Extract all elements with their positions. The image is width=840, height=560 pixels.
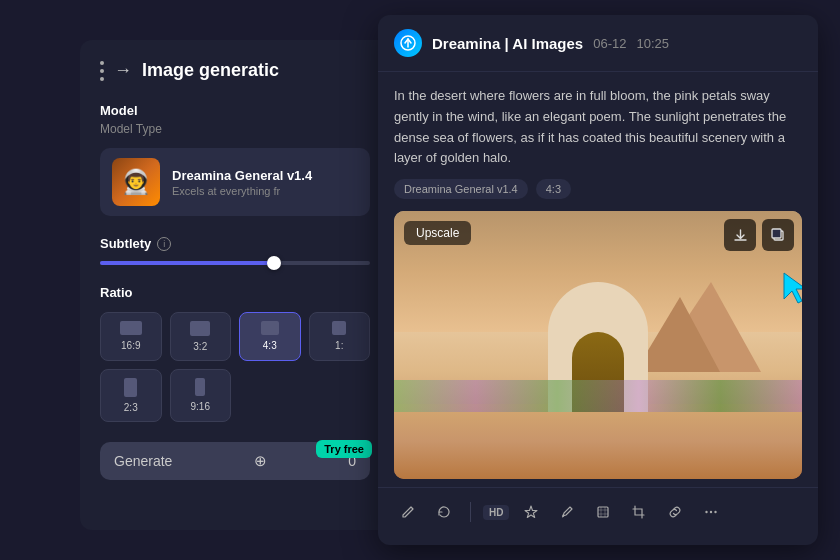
subtlety-info-icon[interactable]: i xyxy=(157,237,171,251)
model-thumbnail xyxy=(112,158,160,206)
svg-point-6 xyxy=(710,511,712,513)
copy-image-button[interactable] xyxy=(762,219,794,251)
ratio-text-43: 4:3 xyxy=(263,340,277,351)
ratio-tag: 4:3 xyxy=(536,179,571,199)
expand-icon-btn[interactable] xyxy=(589,498,617,526)
model-info: Dreamina General v1.4 Excels at everythi… xyxy=(172,168,312,197)
ratio-btn-169[interactable]: 16:9 xyxy=(100,312,162,361)
ratio-icon-32 xyxy=(190,321,210,336)
model-name: Dreamina General v1.4 xyxy=(172,168,312,183)
ratio-text-23: 2:3 xyxy=(124,402,138,413)
app-name: Dreamina | AI Images xyxy=(432,35,583,52)
mountain2 xyxy=(635,297,720,372)
left-panel: → Image generatic Model Model Type Dream… xyxy=(80,40,390,530)
svg-point-5 xyxy=(706,511,708,513)
ratio-text-32: 3:2 xyxy=(193,341,207,352)
edit-icon-btn[interactable] xyxy=(394,498,422,526)
ratio-icon-169 xyxy=(120,321,142,335)
ratio-text-169: 16:9 xyxy=(121,340,140,351)
model-sublabel: Model Type xyxy=(100,122,370,136)
bottom-toolbar: HD xyxy=(378,487,818,536)
flowers xyxy=(394,380,802,412)
ratio-label: Ratio xyxy=(100,285,370,300)
ratio-icon-1 xyxy=(332,321,346,335)
sand-ground xyxy=(394,404,802,479)
ratio-icon-23 xyxy=(124,378,137,397)
ratio-btn-916[interactable]: 9:16 xyxy=(170,369,232,422)
panel-title: Image generatic xyxy=(142,60,279,81)
crop-icon-btn[interactable] xyxy=(625,498,653,526)
ratio-btn-1[interactable]: 1: xyxy=(309,312,371,361)
model-description: Excels at everything fr xyxy=(172,185,312,197)
ratio-grid-row2: 2:3 9:16 xyxy=(100,369,370,422)
try-free-label: Try xyxy=(324,443,344,455)
right-panel: Dreamina | AI Images 06-12 10:25 In the … xyxy=(378,15,818,545)
free-label: free xyxy=(344,443,364,455)
arrow-icon: → xyxy=(114,60,132,81)
toolbar-divider xyxy=(470,502,471,522)
ratio-text-1: 1: xyxy=(335,340,343,351)
subtlety-row: Subtlety i xyxy=(100,236,370,251)
rotate-icon-btn[interactable] xyxy=(430,498,458,526)
ratio-grid-row1: 16:9 3:2 4:3 1: xyxy=(100,312,370,361)
tags-row: Dreamina General v1.4 4:3 xyxy=(378,179,818,211)
model-card[interactable]: Dreamina General v1.4 Excels at everythi… xyxy=(100,148,370,216)
slider-thumb xyxy=(267,256,281,270)
generate-bar[interactable]: Generate ⊕ 0 Try free xyxy=(100,442,370,480)
model-section: Model Model Type Dreamina General v1.4 E… xyxy=(100,103,370,216)
enhance-icon-btn[interactable] xyxy=(517,498,545,526)
model-tag: Dreamina General v1.4 xyxy=(394,179,528,199)
try-free-badge[interactable]: Try free xyxy=(316,440,372,458)
model-label: Model xyxy=(100,103,370,118)
ratio-btn-43[interactable]: 4:3 xyxy=(239,312,301,361)
ratio-icon-916 xyxy=(195,378,205,396)
dreamina-logo xyxy=(394,29,422,57)
prompt-text: In the desert where flowers are in full … xyxy=(378,72,818,179)
svg-rect-2 xyxy=(772,229,781,238)
header-time: 10:25 xyxy=(636,36,669,51)
subtlety-slider[interactable] xyxy=(100,261,370,265)
generated-image: Upscale Download xyxy=(394,211,802,479)
download-button[interactable]: Download xyxy=(724,219,756,251)
menu-icon[interactable] xyxy=(100,61,104,81)
link-icon-btn[interactable] xyxy=(661,498,689,526)
desert-scene xyxy=(394,211,802,479)
subtlety-label: Subtlety xyxy=(100,236,151,251)
brush-icon-btn[interactable] xyxy=(553,498,581,526)
upscale-button[interactable]: Upscale xyxy=(404,221,471,245)
svg-point-7 xyxy=(715,511,717,513)
generate-icon: ⊕ xyxy=(254,452,267,470)
hd-badge[interactable]: HD xyxy=(483,505,509,520)
more-icon-btn[interactable] xyxy=(697,498,725,526)
header-date: 06-12 xyxy=(593,36,626,51)
ratio-btn-23[interactable]: 2:3 xyxy=(100,369,162,422)
ratio-icon-43 xyxy=(261,321,279,335)
image-actions: Download xyxy=(724,219,794,251)
right-header: Dreamina | AI Images 06-12 10:25 xyxy=(378,15,818,72)
slider-fill xyxy=(100,261,276,265)
svg-rect-4 xyxy=(598,507,608,517)
panel-header: → Image generatic xyxy=(100,60,370,81)
generate-button-label: Generate xyxy=(114,453,172,469)
ratio-btn-32[interactable]: 3:2 xyxy=(170,312,232,361)
ratio-text-916: 9:16 xyxy=(191,401,210,412)
